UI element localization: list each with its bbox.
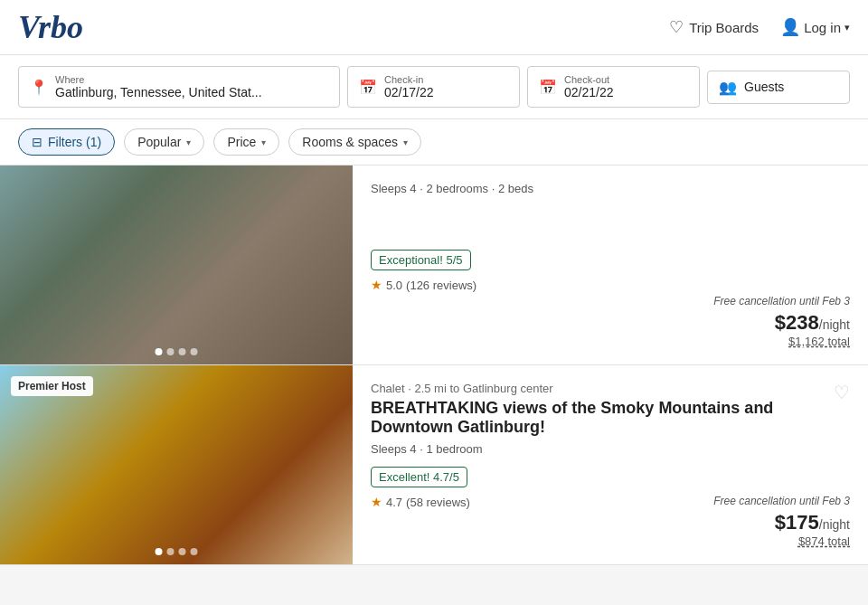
dot[interactable] <box>191 348 198 355</box>
listing-image-1[interactable] <box>0 165 353 364</box>
dot[interactable] <box>191 548 198 555</box>
where-field[interactable]: 📍 Where Gatlinburg, Tennessee, United St… <box>18 66 340 108</box>
location-icon: 📍 <box>30 79 48 96</box>
listing-image-2[interactable]: Premier Host <box>0 365 353 564</box>
listing-title-2[interactable]: BREATHTAKING views of the Smoky Mountain… <box>371 399 850 437</box>
rating-value-1: 5.0 <box>386 279 402 292</box>
price-night-2: $175 <box>775 511 819 534</box>
calendar-icon: 📅 <box>359 79 377 96</box>
listing-info-2: Chalet · 2.5 mi to Gatlinburg center BRE… <box>353 365 868 564</box>
chevron-down-icon: ▾ <box>844 22 850 33</box>
rating-stars-1: ★ 5.0 (126 reviews) <box>371 278 850 292</box>
heart-save-button-2[interactable]: ♡ <box>834 382 850 403</box>
where-value: Gatlinburg, Tennessee, United Stat... <box>55 85 262 99</box>
listings-container: Sleeps 4 · 2 bedrooms · 2 beds Exception… <box>0 165 868 565</box>
cancellation-1: Free cancellation until Feb 3 <box>713 295 850 307</box>
listing-details-1: Sleeps 4 · 2 bedrooms · 2 beds <box>371 182 850 195</box>
price-section-2: Free cancellation until Feb 3 $175/night… <box>713 495 850 548</box>
listing-card: Sleeps 4 · 2 bedrooms · 2 beds Exception… <box>0 165 868 365</box>
price-total-2: $874 total <box>713 534 850 548</box>
image-dots-1 <box>156 348 198 355</box>
login-button[interactable]: 👤 Log in ▾ <box>780 17 850 37</box>
popular-filter-button[interactable]: Popular ▾ <box>124 128 204 156</box>
filters-bar: ⊟ Filters (1) Popular ▾ Price ▾ Rooms & … <box>0 119 868 165</box>
price-section-1: Free cancellation until Feb 3 $238/night… <box>713 295 850 348</box>
dot[interactable] <box>167 548 175 555</box>
heart-icon: ♡ <box>669 17 684 37</box>
guests-content: Guests <box>744 80 784 94</box>
price-label: Price <box>227 135 256 149</box>
price-main-1: $238/night <box>713 311 850 335</box>
where-field-content: Where Gatlinburg, Tennessee, United Stat… <box>55 74 262 99</box>
filter-icon: ⊟ <box>32 135 42 149</box>
rating-badge-1: Exceptional! 5/5 <box>371 250 471 270</box>
guests-label: Guests <box>744 80 784 94</box>
image-dots-2 <box>156 548 198 555</box>
rating-badge-2: Excellent! 4.7/5 <box>371 467 467 487</box>
trip-boards-label: Trip Boards <box>689 20 759 35</box>
listing-photo-1 <box>0 165 353 364</box>
popular-label: Popular <box>137 135 181 149</box>
price-night-1: $238 <box>775 311 819 334</box>
price-filter-button[interactable]: Price ▾ <box>213 128 279 156</box>
price-total-1: $1,162 total <box>713 335 850 348</box>
vrbo-logo: Vrbo <box>18 11 83 43</box>
star-icon-1: ★ <box>371 278 382 292</box>
calendar-icon-2: 📅 <box>539 79 557 96</box>
price-per-1: /night <box>819 317 850 332</box>
price-main-2: $175/night <box>713 511 850 534</box>
trip-boards-link[interactable]: ♡ Trip Boards <box>669 17 759 37</box>
checkin-content: Check-in 02/17/22 <box>384 74 434 99</box>
where-label: Where <box>55 74 262 85</box>
person-icon: 👤 <box>780 17 800 37</box>
guests-icon: 👥 <box>719 79 737 96</box>
filters-button[interactable]: ⊟ Filters (1) <box>18 128 115 156</box>
listing-info-1: Sleeps 4 · 2 bedrooms · 2 beds Exception… <box>353 165 868 364</box>
search-bar: 📍 Where Gatlinburg, Tennessee, United St… <box>0 55 868 119</box>
dot[interactable] <box>179 348 186 355</box>
dot[interactable] <box>156 548 163 555</box>
premier-badge: Premier Host <box>11 376 93 396</box>
header-nav: ♡ Trip Boards 👤 Log in ▾ <box>669 17 850 37</box>
rating-count-1: (126 reviews) <box>406 279 476 292</box>
checkin-label: Check-in <box>384 74 434 85</box>
checkout-label: Check-out <box>564 74 614 85</box>
cancellation-2: Free cancellation until Feb 3 <box>713 495 850 507</box>
checkout-value: 02/21/22 <box>564 85 614 99</box>
checkout-content: Check-out 02/21/22 <box>564 74 614 99</box>
checkout-field[interactable]: 📅 Check-out 02/21/22 <box>527 66 700 108</box>
checkin-field[interactable]: 📅 Check-in 02/17/22 <box>347 66 520 108</box>
dot[interactable] <box>179 548 186 555</box>
checkin-value: 02/17/22 <box>384 85 434 99</box>
guests-field[interactable]: 👥 Guests <box>707 71 850 104</box>
listing-details-2: Sleeps 4 · 1 bedroom <box>371 442 850 456</box>
header: Vrbo ♡ Trip Boards 👤 Log in ▾ <box>0 0 868 55</box>
listing-card-2: Premier Host Chalet · 2.5 mi to Gatlinbu… <box>0 365 868 565</box>
filters-label: Filters (1) <box>48 135 101 149</box>
rooms-spaces-label: Rooms & spaces <box>302 135 398 149</box>
rating-count-2: (58 reviews) <box>406 496 470 509</box>
price-per-2: /night <box>819 517 850 532</box>
chevron-down-icon-price: ▾ <box>261 137 266 147</box>
dot[interactable] <box>156 348 163 355</box>
star-icon-2: ★ <box>371 495 382 509</box>
listing-meta-2: Chalet · 2.5 mi to Gatlinburg center <box>371 382 850 395</box>
listing-bottom-1: Exceptional! 5/5 ★ 5.0 (126 reviews) <box>371 250 850 292</box>
chevron-down-icon-popular: ▾ <box>186 137 191 147</box>
rooms-spaces-filter-button[interactable]: Rooms & spaces ▾ <box>288 128 421 156</box>
dot[interactable] <box>167 348 175 355</box>
chevron-down-icon-rooms: ▾ <box>403 137 408 147</box>
login-label: Log in <box>804 20 841 35</box>
rating-value-2: 4.7 <box>386 496 402 509</box>
